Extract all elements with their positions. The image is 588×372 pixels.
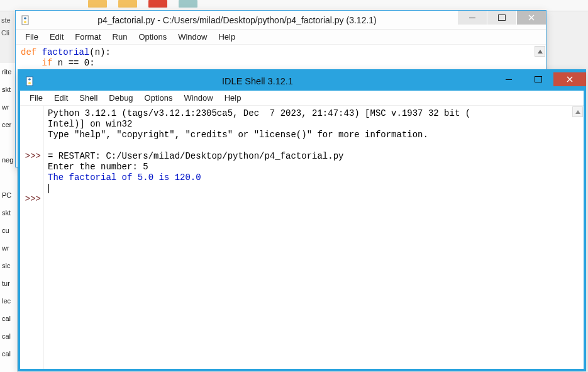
menu-edit[interactable]: Edit [48,91,74,104]
bg-side-item [0,169,17,186]
menu-options[interactable]: Options [133,30,172,43]
bg-side-item: sic [0,257,17,274]
bg-side-item: wr [0,98,17,116]
menu-debug[interactable]: Debug [103,91,138,104]
menu-run[interactable]: Run [107,30,133,43]
prompt: >>> [25,194,41,204]
bg-side-item: tur [0,274,17,292]
scroll-up-button[interactable] [572,106,583,117]
shell-restart-line: = RESTART: C:/Users/milad/Desktop/python… [48,151,343,161]
editor-title: p4_factorial.py - C:/Users/milad/Desktop… [36,15,457,25]
shell-title: IDLE Shell 3.12.1 [40,76,494,86]
menu-window[interactable]: Window [172,30,213,43]
svg-rect-0 [22,16,28,25]
menu-edit[interactable]: Edit [44,30,69,43]
code-func-name: factorial [42,47,90,57]
shell-input-prompt: Enter the number: [48,162,143,172]
editor-window-controls [457,11,546,29]
bg-side-item: cer [0,116,17,133]
bg-side-item: lec [0,292,17,310]
python-shell-icon [25,76,35,86]
code-text: (n): [89,47,111,57]
shell-text-area[interactable]: Python 3.12.1 (tags/v3.12.1:2305ca5, Dec… [44,106,584,369]
text-cursor [48,184,49,193]
minimize-button[interactable] [494,72,523,86]
code-keyword: def [21,47,36,57]
shell-user-input: 5 [143,162,148,172]
menu-file[interactable]: File [24,91,48,104]
bg-side-item: cu [0,222,17,239]
shell-line: Type "help", "copyright", "credits" or "… [48,130,428,140]
maximize-button[interactable] [524,72,553,86]
bg-side-item: rite [0,63,17,81]
editor-titlebar[interactable]: p4_factorial.py - C:/Users/milad/Desktop… [16,11,546,30]
close-button[interactable] [517,11,546,25]
bg-side-item: cal [0,310,17,327]
shell-output-line: The factorial of 5.0 is 120.0 [48,172,201,183]
menu-help[interactable]: Help [213,30,241,43]
bg-side-item [0,133,17,151]
svg-rect-1 [26,77,33,86]
menu-shell[interactable]: Shell [74,91,103,104]
bg-side-item: wr [0,239,17,257]
close-button[interactable] [553,72,586,86]
bg-side-item: skt [0,204,17,222]
scroll-up-button[interactable] [535,46,545,57]
shell-prompt-gutter: >>> >>> [20,106,44,369]
menu-help[interactable]: Help [219,91,247,104]
menu-file[interactable]: File [19,30,44,43]
shell-line: Python 3.12.1 (tags/v3.12.1:2305ca5, Dec… [48,108,470,118]
bg-side-item: skt [0,81,17,98]
editor-menubar: File Edit Format Run Options Window Help [16,30,546,45]
bg-side-item: cal [0,345,17,363]
bg-side-item: cal [0,327,17,345]
shell-body: >>> >>> Python 3.12.1 (tags/v3.12.1:2305… [20,106,584,369]
menu-options[interactable]: Options [139,91,179,104]
shell-window-controls [494,72,586,87]
shell-line: Intel)] on win32 [48,119,132,129]
desktop-icons-bg [88,0,197,9]
minimize-button[interactable] [458,11,487,25]
shell-titlebar[interactable]: IDLE Shell 3.12.1 [20,72,584,91]
bg-label-a: ste [1,16,11,24]
bg-side-item: neg [0,151,17,169]
bg-label-b: Cli [1,29,9,37]
menu-window[interactable]: Window [178,91,218,104]
bg-side-item: PC [0,186,17,204]
python-file-icon [21,15,31,25]
shell-window: IDLE Shell 3.12.1 File Edit Shell Debug … [18,69,586,371]
prompt: >>> [25,151,41,161]
menu-format[interactable]: Format [69,30,106,43]
code-text: n == 0: [52,58,94,68]
maximize-button[interactable] [487,11,516,25]
code-keyword: if [42,58,53,68]
shell-menubar: File Edit Shell Debug Options Window Hel… [20,91,584,106]
code-text [21,58,42,68]
